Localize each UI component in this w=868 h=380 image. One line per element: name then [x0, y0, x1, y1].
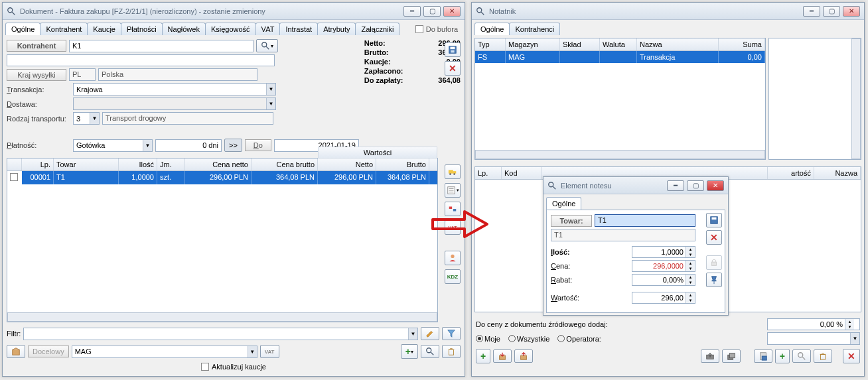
platnosc-do-button[interactable]: Do: [245, 139, 271, 151]
col-nazwa[interactable]: Nazwa: [814, 167, 861, 179]
kontrahent-button[interactable]: Kontrahent: [7, 40, 66, 52]
wartosc-input[interactable]: ▲▼: [632, 292, 695, 304]
col-typ[interactable]: Typ: [475, 38, 506, 50]
docelowy-combo[interactable]: MAG▼: [72, 346, 257, 358]
copy-doc-button[interactable]: [722, 349, 741, 363]
cancel-button[interactable]: ✕: [706, 230, 722, 245]
close-button[interactable]: ✕: [843, 6, 860, 17]
col-nazwa[interactable]: Nazwa: [637, 38, 719, 50]
platnosc-days[interactable]: 0 dni: [155, 139, 222, 152]
maximize-button[interactable]: ▢: [823, 6, 840, 17]
aktualizuj-kaucje-checkbox[interactable]: [201, 363, 209, 371]
platnosc-next-button[interactable]: >>: [224, 139, 242, 152]
save-button[interactable]: [706, 213, 722, 227]
list-button[interactable]: ▾: [445, 183, 461, 198]
v-scrollbar[interactable]: [851, 38, 861, 159]
col-sklad[interactable]: Skład: [560, 38, 600, 50]
tab-ogolne[interactable]: Ogólne: [5, 23, 40, 35]
col-suma[interactable]: Suma: [719, 38, 765, 50]
kraj-wysylki-button[interactable]: Kraj wysyłki: [7, 69, 66, 81]
col-magazyn[interactable]: Magazyn: [506, 38, 560, 50]
kontrahent-search-button[interactable]: ▾: [256, 39, 278, 52]
col-lp[interactable]: Lp.: [22, 158, 54, 170]
tab-kaucje[interactable]: Kaucje: [87, 23, 121, 35]
add-doc-button[interactable]: +: [476, 349, 490, 363]
h-scrollbar[interactable]: [475, 150, 765, 159]
minimize-button[interactable]: ━: [803, 6, 820, 17]
percent-input[interactable]: ▲▼: [767, 318, 860, 330]
filtr-combo[interactable]: ▼: [23, 328, 418, 340]
towar-input[interactable]: T1: [595, 214, 695, 227]
item-row[interactable]: 00001 T1 1,0000 szt. 296,00 PLN 364,08 P…: [7, 171, 437, 184]
tab-kontrahenci[interactable]: Kontrahenci: [509, 23, 560, 35]
col-kod[interactable]: Kod: [502, 167, 542, 179]
add-item-button[interactable]: +: [775, 349, 790, 363]
vat-button[interactable]: VAT: [260, 345, 279, 358]
radio-operatora[interactable]: [557, 335, 565, 342]
ilosc-input[interactable]: ▲▼: [632, 246, 695, 258]
kontrahent-name-input[interactable]: [7, 54, 275, 66]
col-wartosc[interactable]: artość: [768, 167, 814, 179]
col-cena-brutto[interactable]: Cena brutto: [252, 158, 318, 170]
docelowy-button[interactable]: Docelowy: [28, 346, 69, 357]
col-lp[interactable]: Lp.: [475, 167, 502, 179]
col-w-brutto[interactable]: Brutto: [376, 158, 429, 170]
doc-row[interactable]: FS MAG Transakcja 0,00: [475, 51, 765, 63]
dostawa-combo[interactable]: ▼: [73, 97, 276, 110]
col-jm[interactable]: Jm.: [157, 158, 185, 170]
tab-kontrahent[interactable]: Kontrahent: [40, 23, 88, 35]
tab-ogolne[interactable]: Ogólne: [546, 197, 581, 210]
h-scrollbar[interactable]: [7, 312, 437, 322]
tab-atrybuty[interactable]: Atrybuty: [317, 23, 356, 35]
col-ilosc[interactable]: Ilość: [119, 158, 157, 170]
tab-vat[interactable]: VAT: [255, 23, 281, 35]
tab-zalaczniki[interactable]: Załączniki: [355, 23, 399, 35]
lock-button[interactable]: [706, 255, 722, 270]
col-w-netto[interactable]: Netto: [318, 158, 376, 170]
cena-input[interactable]: ▲▼: [632, 260, 695, 272]
save-button[interactable]: [445, 42, 461, 57]
close-doc-button[interactable]: [701, 349, 719, 363]
platnosc-type[interactable]: Gotówka▼: [73, 139, 153, 152]
paste-item-button[interactable]: [754, 349, 772, 363]
radio-moje[interactable]: [476, 335, 483, 342]
col-waluta[interactable]: Waluta: [600, 38, 637, 50]
towar-button[interactable]: Towar:: [551, 215, 592, 227]
import-doc-button[interactable]: [493, 349, 512, 363]
tab-ogolne[interactable]: Ogólne: [474, 23, 510, 35]
close-button[interactable]: ✕: [443, 6, 461, 17]
add-item-button[interactable]: +▾: [401, 344, 418, 359]
person-button[interactable]: [445, 251, 461, 265]
operator-combo[interactable]: ▼: [767, 332, 860, 345]
pin-button[interactable]: [706, 273, 722, 287]
delete-item-button[interactable]: [814, 349, 832, 363]
filtr-apply-button[interactable]: [442, 327, 461, 340]
transakcja-combo[interactable]: Krajowa▼: [73, 83, 276, 95]
tab-platnosci[interactable]: Płatności: [121, 23, 163, 35]
delete-item-button[interactable]: [442, 345, 461, 358]
close-notatnik-button[interactable]: ✕: [843, 349, 860, 363]
kdz-button[interactable]: KDZ: [445, 269, 461, 284]
view-item-button[interactable]: [421, 345, 439, 358]
find-item-button[interactable]: [792, 349, 811, 363]
maximize-button[interactable]: ▢: [423, 6, 441, 17]
truck-button[interactable]: [445, 164, 461, 179]
tab-intrastat[interactable]: Intrastat: [279, 23, 318, 35]
rodzaj-code-combo[interactable]: 3▼: [73, 112, 100, 125]
radio-wszystkie[interactable]: [508, 335, 516, 342]
col-towar[interactable]: Towar: [54, 158, 119, 170]
cancel-button[interactable]: ✕: [445, 61, 461, 76]
minimize-button[interactable]: ━: [403, 6, 421, 17]
package-icon-button[interactable]: [7, 345, 25, 358]
close-button[interactable]: ✕: [707, 180, 724, 191]
maximize-button[interactable]: ▢: [687, 180, 704, 191]
filtr-edit-button[interactable]: [421, 327, 439, 340]
do-bufora-checkbox[interactable]: [415, 25, 423, 33]
rabat-input[interactable]: ▲▼: [632, 274, 695, 286]
tab-naglowek[interactable]: Nagłówek: [162, 23, 206, 35]
tab-ksiegowosc[interactable]: Księgowość: [205, 23, 256, 35]
export-doc-button[interactable]: [514, 349, 533, 363]
row-checkbox[interactable]: [10, 173, 18, 181]
kontrahent-input[interactable]: K1: [69, 40, 253, 52]
col-cena-netto[interactable]: Cena netto: [185, 158, 252, 170]
